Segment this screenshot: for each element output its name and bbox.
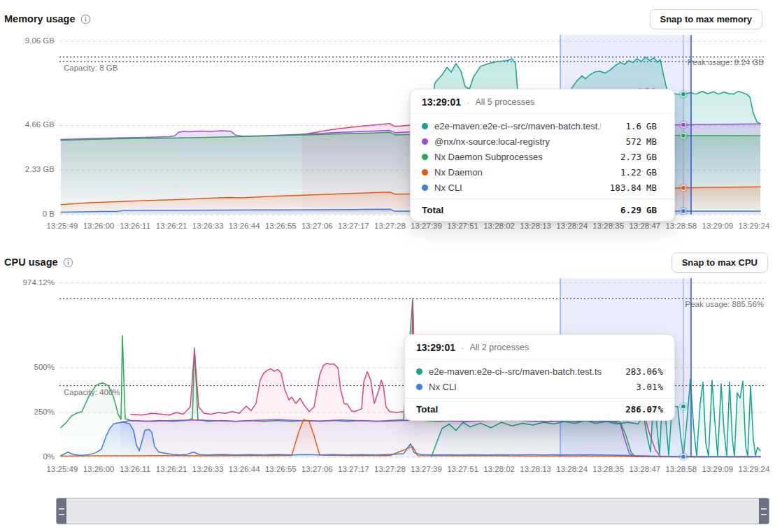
brush-handle-left[interactable] <box>57 498 66 524</box>
process-color-dot-icon <box>422 169 428 175</box>
process-name: Nx Daemon <box>434 167 601 178</box>
process-name: Nx CLI <box>429 382 616 392</box>
process-value: 2.73 <box>601 152 641 162</box>
process-name: Nx CLI <box>434 182 601 193</box>
process-value-unit: MB <box>646 136 663 147</box>
process-value-unit: GB <box>646 121 663 131</box>
process-value: 283.06 <box>616 366 657 377</box>
cpu-usage-chart[interactable] <box>0 0 782 532</box>
process-name: @nx/nx-source:local-registry <box>434 136 601 147</box>
tooltip-rows: e2e-maven:e2e-ci--src/maven-batch.test.t… <box>411 114 674 199</box>
tooltip-total-row: Total 286.07 % <box>405 398 674 420</box>
tooltip-total-row: Total 6.29 GB <box>411 199 674 221</box>
process-name: Nx Daemon Subprocesses <box>434 152 601 162</box>
memory-peak-label: Peak usage: 8.24 GB <box>688 58 764 66</box>
tooltip-time: 13:29:01 <box>416 342 455 353</box>
process-value: 3.01 <box>616 382 657 392</box>
memory-usage-title: Memory usage <box>4 13 91 24</box>
memory-capacity-label: Capacity: 8 GB <box>64 64 118 72</box>
timeline-brush[interactable] <box>56 498 769 524</box>
process-color-dot-icon <box>422 123 428 129</box>
tooltip-total-unit: GB <box>646 205 663 215</box>
process-value: 572 <box>601 136 641 147</box>
tooltip-total-label: Total <box>422 205 601 215</box>
tooltip-total-label: Total <box>416 404 616 415</box>
process-color-dot-icon <box>422 185 428 191</box>
process-color-dot-icon <box>416 384 422 390</box>
cpu-usage-title: CPU usage <box>4 257 73 268</box>
tooltip-rows: e2e-maven:e2e-ci--src/maven-batch.test.t… <box>405 359 674 398</box>
process-value: 1.6 <box>601 121 641 131</box>
cpu-tooltip: 13:29:01 · All 2 processes e2e-maven:e2e… <box>404 334 675 421</box>
tooltip-time: 13:29:01 <box>422 96 461 108</box>
process-value-unit: % <box>657 366 663 377</box>
hover-dot <box>681 454 685 459</box>
tooltip-header: 13:29:01 · All 2 processes <box>405 335 674 359</box>
process-name: e2e-maven:e2e-ci--src/maven-batch.test.t… <box>434 121 601 131</box>
info-icon[interactable] <box>80 14 91 24</box>
tooltip-total-value: 6.29 <box>601 205 641 215</box>
tooltip-row: e2e-maven:e2e-ci--src/maven-batch.test.t… <box>422 118 663 134</box>
tooltip-subtitle: All 5 processes <box>475 97 534 107</box>
process-color-dot-icon <box>416 368 422 375</box>
process-color-dot-icon <box>422 154 428 160</box>
tooltip-row: @nx/nx-source:local-registry572MB <box>422 134 663 149</box>
hover-dot <box>681 404 685 409</box>
tooltip-row: e2e-maven:e2e-ci--src/maven-batch.test.t… <box>416 364 663 379</box>
memory-usage-title-text: Memory usage <box>4 13 76 24</box>
tooltip-total-value: 286.07 <box>616 404 657 415</box>
cpu-peak-label: Peak usage: 885.56% <box>685 300 764 308</box>
cpu-usage-title-text: CPU usage <box>4 257 58 268</box>
process-value-unit: GB <box>646 167 663 178</box>
tooltip-row: Nx CLI183.84MB <box>422 180 663 195</box>
tooltip-separator: · <box>461 343 464 353</box>
process-value-unit: MB <box>646 182 663 193</box>
drag-handle-icon <box>761 508 767 515</box>
tooltip-row: Nx CLI3.01% <box>416 379 663 394</box>
process-value-unit: GB <box>646 152 663 162</box>
brush-handle-right[interactable] <box>759 498 769 524</box>
process-value: 183.84 <box>601 182 641 193</box>
process-name: e2e-maven:e2e-ci--src/maven-batch.test.t… <box>429 366 616 377</box>
tooltip-total-unit: % <box>657 404 663 415</box>
snap-to-max-memory-button[interactable]: Snap to max memory <box>650 9 763 29</box>
tooltip-row: Nx Daemon Subprocesses2.73GB <box>422 149 663 164</box>
process-value: 1.22 <box>601 167 641 178</box>
tooltip-header: 13:29:01 · All 5 processes <box>411 89 674 114</box>
snap-to-max-cpu-button[interactable]: Snap to max CPU <box>671 252 768 273</box>
memory-tooltip: 13:29:01 · All 5 processes e2e-maven:e2e… <box>410 89 675 222</box>
info-icon[interactable] <box>63 257 73 268</box>
cpu-capacity-label: Capacity: 400% <box>64 388 120 396</box>
tooltip-separator: · <box>467 97 469 108</box>
tooltip-subtitle: All 2 processes <box>469 343 529 352</box>
tooltip-row: Nx Daemon1.22GB <box>422 164 663 180</box>
process-color-dot-icon <box>422 138 428 145</box>
brush-track[interactable] <box>66 498 759 524</box>
process-value-unit: % <box>657 382 663 392</box>
drag-handle-icon <box>59 508 64 515</box>
